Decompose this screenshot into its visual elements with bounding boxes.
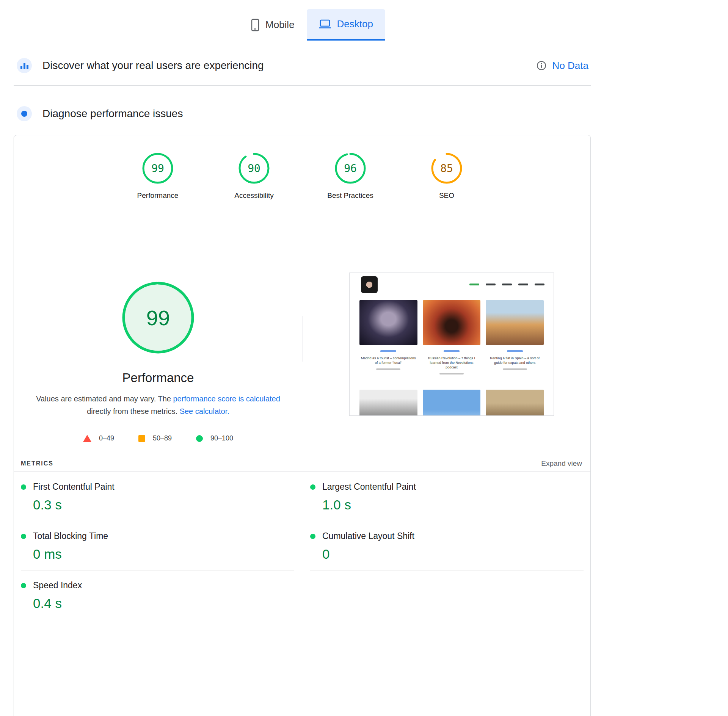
metric-name: Largest Contentful Paint xyxy=(322,482,416,492)
metric-cumulative-layout-shift: Cumulative Layout Shift 0 xyxy=(310,521,584,570)
post-image-city-bw xyxy=(359,390,417,416)
legend-pass-label: 90–100 xyxy=(210,434,233,442)
good-rating-dot-icon xyxy=(21,583,26,588)
metric-name: Cumulative Layout Shift xyxy=(322,531,414,541)
fail-triangle-icon xyxy=(83,435,91,442)
field-data-section: Discover what your real users are experi… xyxy=(14,55,591,76)
post-meta xyxy=(376,368,400,370)
page-screenshot-thumbnail[interactable]: Madrid as a tourist – contemplations of … xyxy=(349,273,554,416)
post-category-link xyxy=(507,350,523,352)
performance-score: 99 xyxy=(141,152,174,185)
post-card: Madrid as a tourist – contemplations of … xyxy=(359,300,417,384)
metric-value: 0.3 s xyxy=(33,497,294,512)
post-card xyxy=(486,390,544,416)
metric-name: Speed Index xyxy=(33,580,82,591)
screenshot-post-grid: Madrid as a tourist – contemplations of … xyxy=(350,295,554,416)
score-legend: 0–49 50–89 90–100 xyxy=(14,434,302,442)
metrics-header: METRICS Expand view xyxy=(14,456,590,472)
performance-gauge[interactable]: 99 xyxy=(141,152,174,185)
post-image-street xyxy=(486,300,544,345)
accessibility-score: 90 xyxy=(238,152,270,185)
site-nav-links xyxy=(469,284,544,285)
seo-gauge[interactable]: 85 xyxy=(430,152,463,185)
legend-pass: 90–100 xyxy=(196,434,233,442)
post-image-red-artwork xyxy=(423,300,481,345)
post-card xyxy=(359,390,417,416)
pass-circle-icon xyxy=(196,435,203,442)
legend-fail-label: 0–49 xyxy=(99,434,114,442)
legend-average-label: 50–89 xyxy=(153,434,172,442)
category-gauges-row: 99 Performance 90 Accessibility 96 Best … xyxy=(14,135,590,215)
tab-desktop-label: Desktop xyxy=(337,18,373,30)
post-title: Madrid as a tourist – contemplations of … xyxy=(359,356,417,365)
device-tabs: Mobile Desktop xyxy=(239,9,728,41)
legend-average: 50–89 xyxy=(138,434,172,442)
post-title: Renting a flat in Spain – a sort of guid… xyxy=(486,356,544,365)
seo-score: 85 xyxy=(430,152,463,185)
post-image-sky-towers xyxy=(423,390,481,416)
tab-mobile-label: Mobile xyxy=(265,19,295,31)
post-card xyxy=(423,390,481,416)
tab-desktop[interactable]: Desktop xyxy=(307,9,385,41)
post-image-cathedral xyxy=(486,390,544,416)
mobile-phone-icon xyxy=(251,19,259,31)
metric-speed-index: Speed Index 0.4 s xyxy=(21,570,294,619)
performance-big-gauge: 99 xyxy=(121,280,195,355)
vertical-divider xyxy=(303,316,303,362)
performance-gauge-label[interactable]: Performance xyxy=(129,191,186,200)
post-card: Russian Revolution – 7 things I learned … xyxy=(423,300,481,384)
disclaimer-text: Values are estimated and may vary. The xyxy=(36,395,173,403)
screenshot-site-header xyxy=(350,273,554,295)
post-image-dark-building xyxy=(359,300,417,345)
performance-big-score: 99 xyxy=(121,280,195,355)
diagnose-title: Diagnose performance issues xyxy=(42,108,183,120)
metric-name: Total Blocking Time xyxy=(33,531,108,541)
metric-value: 0 ms xyxy=(33,547,294,562)
metrics-right-column: Largest Contentful Paint 1.0 s Cumulativ… xyxy=(310,472,584,619)
category-gauge-performance[interactable]: 99 Performance xyxy=(129,152,186,200)
metric-largest-contentful-paint: Largest Contentful Paint 1.0 s xyxy=(310,472,584,521)
metrics-heading: METRICS xyxy=(21,460,53,467)
metric-value: 0.4 s xyxy=(33,596,294,611)
lighthouse-report-card: 99 Performance 90 Accessibility 96 Best … xyxy=(14,135,591,716)
good-rating-dot-icon xyxy=(310,484,315,490)
score-calc-link[interactable]: performance score is calculated xyxy=(173,395,280,403)
site-logo xyxy=(361,276,378,293)
category-gauge-best-practices[interactable]: 96 Best Practices xyxy=(322,152,379,200)
performance-disclaimer: Values are estimated and may vary. The p… xyxy=(35,393,281,418)
no-data-status: No Data xyxy=(552,60,588,72)
good-rating-dot-icon xyxy=(21,534,26,539)
info-icon[interactable] xyxy=(537,61,546,71)
average-square-icon xyxy=(138,435,145,442)
post-title: Russian Revolution – 7 things I learned … xyxy=(423,356,481,370)
real-users-icon xyxy=(17,58,32,73)
legend-fail: 0–49 xyxy=(83,434,114,442)
performance-section-title: Performance xyxy=(14,371,302,385)
category-gauge-accessibility[interactable]: 90 Accessibility xyxy=(226,152,282,200)
metric-value: 1.0 s xyxy=(322,497,584,512)
metric-value: 0 xyxy=(322,547,584,562)
tab-mobile[interactable]: Mobile xyxy=(239,9,307,41)
best-practices-score: 96 xyxy=(334,152,367,185)
good-rating-dot-icon xyxy=(21,484,26,490)
see-calculator-link[interactable]: See calculator. xyxy=(180,407,229,415)
post-meta xyxy=(503,368,527,370)
accessibility-gauge[interactable]: 90 xyxy=(238,152,270,185)
best-practices-gauge[interactable]: 96 xyxy=(334,152,367,185)
metrics-left-column: First Contentful Paint 0.3 s Total Block… xyxy=(21,472,294,619)
metric-first-contentful-paint: First Contentful Paint 0.3 s xyxy=(21,472,294,521)
diagnose-section: Diagnose performance issues xyxy=(14,103,591,124)
post-card: Renting a flat in Spain – a sort of guid… xyxy=(486,300,544,384)
best-practices-gauge-label[interactable]: Best Practices xyxy=(322,191,379,200)
disclaimer-text-mid: directly from these metrics. xyxy=(87,407,180,415)
desktop-laptop-icon xyxy=(319,19,331,30)
field-data-title: Discover what your real users are experi… xyxy=(42,60,264,72)
expand-view-button[interactable]: Expand view xyxy=(541,459,582,468)
metric-name: First Contentful Paint xyxy=(33,482,115,492)
performance-summary: 99 Performance Values are estimated and … xyxy=(14,215,590,456)
section-divider xyxy=(14,85,591,86)
accessibility-gauge-label[interactable]: Accessibility xyxy=(226,191,282,200)
diagnose-target-icon xyxy=(17,106,32,121)
seo-gauge-label[interactable]: SEO xyxy=(418,191,475,200)
category-gauge-seo[interactable]: 85 SEO xyxy=(418,152,475,200)
